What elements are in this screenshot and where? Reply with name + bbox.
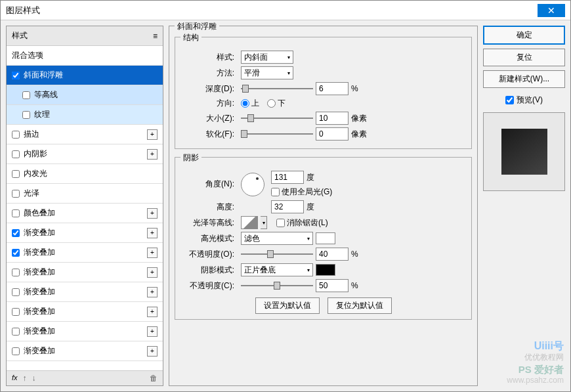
- unit-label: 像素: [351, 129, 367, 140]
- add-icon[interactable]: +: [147, 248, 158, 258]
- checkbox[interactable]: [12, 347, 20, 355]
- checkbox[interactable]: [12, 190, 20, 198]
- bevel-title: 斜面和浮雕: [175, 21, 219, 32]
- contour-dropdown[interactable]: ▾: [261, 216, 267, 229]
- style-item-color-overlay[interactable]: 颜色叠加 +: [7, 204, 163, 223]
- checkbox[interactable]: [12, 150, 20, 158]
- add-icon[interactable]: +: [147, 228, 158, 238]
- method-label: 方法:: [180, 68, 238, 79]
- shadow-color-swatch[interactable]: [316, 264, 335, 276]
- style-item-gradient-overlay[interactable]: 渐变叠加 +: [7, 322, 163, 341]
- shadow-mode-label: 阴影模式:: [180, 265, 238, 276]
- checkbox[interactable]: [12, 328, 20, 336]
- bevel-group: 斜面和浮雕 结构 样式: 内斜面▾ 方法: 平滑▾ 深度(D):: [169, 26, 478, 386]
- method-select[interactable]: 平滑▾: [241, 66, 293, 79]
- highlight-color-swatch[interactable]: [316, 232, 335, 244]
- menu-icon[interactable]: ≡: [153, 32, 158, 41]
- arrow-up-icon[interactable]: ↑: [23, 374, 27, 383]
- checkbox[interactable]: [22, 91, 30, 99]
- fx-icon[interactable]: fx: [12, 374, 18, 383]
- direction-up[interactable]: 上: [241, 98, 259, 109]
- add-icon[interactable]: +: [147, 307, 158, 317]
- preview-box: [483, 112, 565, 191]
- checkbox[interactable]: [12, 72, 20, 79]
- checkbox[interactable]: [12, 229, 20, 237]
- checkbox[interactable]: [22, 111, 30, 119]
- add-icon[interactable]: +: [147, 346, 158, 357]
- soften-input[interactable]: [316, 127, 349, 141]
- angle-input[interactable]: [271, 171, 304, 184]
- global-light-check[interactable]: 使用全局光(G): [271, 186, 332, 198]
- style-item-satin[interactable]: 光泽: [7, 184, 163, 204]
- checkbox[interactable]: [12, 269, 20, 276]
- style-item-bevel[interactable]: 斜面和浮雕: [7, 66, 163, 85]
- style-item-gradient-overlay[interactable]: 渐变叠加 +: [7, 302, 163, 322]
- add-icon[interactable]: +: [147, 208, 158, 219]
- unit-label: %: [351, 250, 358, 259]
- style-item-inner-glow[interactable]: 内发光: [7, 164, 163, 184]
- structure-title: 结构: [180, 32, 201, 43]
- chevron-down-icon: ▾: [287, 54, 290, 60]
- highlight-mode-select[interactable]: 滤色▾: [241, 232, 313, 245]
- set-default-button[interactable]: 设置为默认值: [255, 297, 320, 314]
- arrow-down-icon[interactable]: ↓: [32, 374, 36, 383]
- styles-header-label: 样式: [12, 30, 28, 41]
- checkbox[interactable]: [12, 308, 20, 316]
- checkbox[interactable]: [12, 288, 20, 296]
- style-label: 样式:: [180, 52, 238, 63]
- unit-label: %: [351, 281, 358, 290]
- reset-default-button[interactable]: 复位为默认值: [328, 297, 392, 314]
- size-input[interactable]: [316, 112, 349, 125]
- direction-down[interactable]: 下: [267, 98, 286, 109]
- antialias-check[interactable]: 消除锯齿(L): [276, 217, 328, 229]
- style-select[interactable]: 内斜面▾: [241, 51, 293, 64]
- highlight-opacity-input[interactable]: [316, 248, 349, 261]
- shadow-opacity-slider[interactable]: [241, 280, 313, 291]
- titlebar: 图层样式 ✕: [1, 1, 570, 20]
- preview-check[interactable]: 预览(V): [483, 92, 565, 108]
- size-slider[interactable]: [241, 113, 313, 123]
- blend-options-row[interactable]: 混合选项: [7, 46, 163, 66]
- altitude-input[interactable]: [271, 200, 304, 213]
- style-item-gradient-overlay[interactable]: 渐变叠加 +: [7, 243, 163, 263]
- shadow-opacity-input[interactable]: [316, 279, 349, 292]
- checkbox[interactable]: [12, 170, 20, 178]
- add-icon[interactable]: +: [147, 149, 158, 160]
- style-item-contour[interactable]: 等高线: [7, 85, 163, 105]
- highlight-opacity-slider[interactable]: [241, 249, 313, 259]
- style-item-gradient-overlay[interactable]: 渐变叠加 +: [7, 341, 163, 361]
- ok-button[interactable]: 确定: [483, 26, 565, 45]
- style-item-stroke[interactable]: 描边 +: [7, 125, 163, 144]
- preview-swatch: [501, 129, 547, 175]
- styles-panel: 样式 ≡ 混合选项 斜面和浮雕 等高线 纹理 描边 +: [6, 26, 163, 386]
- style-item-texture[interactable]: 纹理: [7, 105, 163, 125]
- depth-slider[interactable]: [241, 83, 313, 94]
- angle-dial[interactable]: [241, 173, 264, 196]
- unit-label: %: [351, 84, 358, 93]
- new-style-button[interactable]: 新建样式(W)...: [483, 70, 565, 88]
- highlight-opacity-label: 不透明度(O):: [180, 249, 238, 260]
- reset-button[interactable]: 复位: [483, 49, 565, 66]
- add-icon[interactable]: +: [147, 267, 158, 278]
- contour-swatch[interactable]: [241, 216, 258, 229]
- add-icon[interactable]: +: [147, 287, 158, 297]
- add-icon[interactable]: +: [147, 129, 158, 140]
- style-item-gradient-overlay[interactable]: 渐变叠加 +: [7, 223, 163, 243]
- depth-input[interactable]: [316, 82, 349, 95]
- style-item-gradient-overlay[interactable]: 渐变叠加 +: [7, 263, 163, 282]
- style-item-gradient-overlay[interactable]: 渐变叠加 +: [7, 282, 163, 302]
- checkbox[interactable]: [12, 209, 20, 217]
- checkbox[interactable]: [12, 249, 20, 257]
- styles-header[interactable]: 样式 ≡: [7, 26, 163, 46]
- style-item-inner-shadow[interactable]: 内阴影 +: [7, 144, 163, 164]
- depth-label: 深度(D):: [180, 83, 238, 95]
- blend-options-label: 混合选项: [12, 50, 43, 61]
- trash-icon[interactable]: 🗑: [150, 374, 158, 383]
- close-button[interactable]: ✕: [538, 4, 565, 17]
- shadow-mode-select[interactable]: 正片叠底▾: [241, 263, 313, 276]
- checkbox[interactable]: [12, 131, 20, 139]
- soften-slider[interactable]: [241, 129, 313, 139]
- chevron-down-icon: ▾: [287, 70, 290, 76]
- actions-panel: 确定 复位 新建样式(W)... 预览(V): [483, 26, 565, 386]
- add-icon[interactable]: +: [147, 326, 158, 337]
